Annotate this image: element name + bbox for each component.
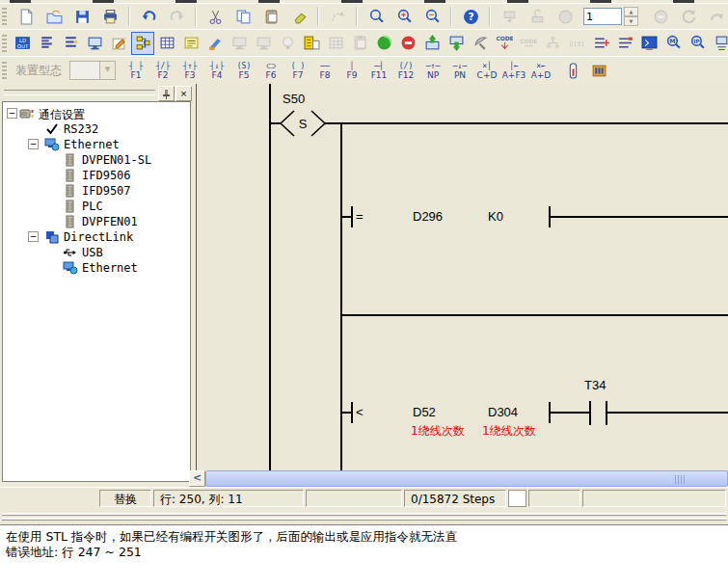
ladder-diagram-icon[interactable] [131, 32, 154, 55]
ladder-tool-f11[interactable]: ─┤F11 [366, 58, 391, 83]
ladder-tool-f8[interactable]: ──F8 [312, 58, 337, 83]
delete-row-icon[interactable] [613, 32, 636, 55]
stl-step-contact[interactable]: S [279, 109, 327, 138]
pin-panel-button[interactable] [158, 86, 175, 101]
tree-item-dvpfen01[interactable]: DVPFEN01 [3, 214, 190, 229]
toolbar-grip[interactable] [2, 8, 7, 25]
tree-item--[interactable]: −通信设置 [3, 106, 190, 121]
edit-mode-icon[interactable] [107, 32, 130, 55]
ladder-tool-np[interactable]: ─↑─NP [420, 58, 445, 83]
module-tree-icon [63, 169, 78, 182]
device-comment[interactable]: 1绕线次数 [482, 423, 536, 440]
download-program-icon[interactable] [445, 32, 468, 55]
search-device-m-icon[interactable]: M [661, 32, 685, 55]
tree-item-plc[interactable]: PLC [3, 199, 190, 214]
message-splitter[interactable] [0, 509, 728, 524]
spin-up-icon[interactable]: ▲ [624, 7, 638, 16]
open-file-icon[interactable] [42, 5, 66, 28]
ladder-tool-a-d[interactable]: ×←A+D [528, 58, 553, 83]
ladder-tool-label: F6 [266, 70, 277, 80]
toolbar-grip[interactable] [2, 62, 7, 79]
comment-edit-icon[interactable] [179, 32, 202, 55]
instruction-table-icon[interactable] [155, 32, 178, 55]
toolbar-grip[interactable] [2, 35, 7, 52]
status-empty-cell [306, 490, 402, 507]
print-icon[interactable] [98, 5, 121, 28]
ladder-comment-icon[interactable] [300, 32, 323, 55]
ladder-tool-label: F3 [185, 70, 196, 80]
zoom-out-icon[interactable] [420, 5, 444, 28]
spin-down-icon[interactable]: ▼ [624, 16, 638, 26]
contact-label[interactable]: T34 [584, 378, 606, 392]
instruction-mode-icon[interactable]: LDOUT [11, 32, 34, 55]
compare-operand[interactable]: K0 [488, 209, 503, 224]
new-file-icon[interactable] [14, 5, 38, 28]
save-file-icon[interactable] [70, 5, 94, 28]
upload-program-icon[interactable] [420, 32, 444, 55]
ladder-tool-f4[interactable]: ┤↓├F4 [204, 58, 229, 83]
tree-item-usb[interactable]: USB [3, 245, 190, 260]
search-ip-icon[interactable]: IP [686, 32, 709, 55]
tree-item-ifd9506[interactable]: IFD9506 [3, 168, 190, 183]
simulator-icon[interactable] [637, 32, 661, 55]
communication-icon[interactable] [469, 32, 492, 55]
zoom-in-icon[interactable] [392, 5, 416, 28]
scroll-left-icon[interactable]: < [189, 470, 205, 487]
ladder-tool-f7[interactable]: ( )F7 [285, 58, 310, 83]
panel-grip[interactable] [4, 90, 155, 95]
ladder-tool-glyph: ×│ [482, 62, 492, 70]
ladder-tool-f3[interactable]: ┤↑├F3 [177, 58, 202, 83]
device-comment[interactable]: 1绕线次数 [411, 423, 465, 440]
ladder-editor[interactable]: S50 S = D296 K0 < D52 D304 T34 1绕线次数 1绕线… [196, 84, 728, 470]
zoom-icon[interactable] [364, 5, 388, 28]
step-label[interactable]: S50 [283, 92, 305, 106]
instruction-wizard-icon[interactable] [561, 59, 584, 82]
network-setup-icon[interactable] [710, 32, 728, 55]
ladder-tool-f9[interactable]: │F9 [339, 58, 364, 83]
compare-op[interactable]: < [356, 405, 364, 419]
paste-icon[interactable] [259, 5, 283, 28]
insert-row-icon[interactable] [589, 32, 612, 55]
compare-operand[interactable]: D296 [413, 209, 443, 224]
tree-item-ifd9507[interactable]: IFD9507 [3, 183, 190, 199]
tree-expander-icon[interactable]: − [7, 108, 17, 119]
ladder-tool-label: F1 [131, 70, 142, 80]
ladder-tool-f12[interactable]: (/)F12 [393, 58, 418, 83]
tree-item-directlink[interactable]: −DirectLink [3, 229, 190, 245]
ladder-tool-f6[interactable]: ⊂⊃F6 [258, 58, 283, 83]
tree-expander-icon[interactable]: − [28, 139, 39, 149]
compare-operand[interactable]: D52 [413, 405, 436, 419]
no-contact-bar[interactable] [589, 401, 591, 425]
stop-icon[interactable] [396, 32, 419, 55]
close-panel-button[interactable]: × [175, 86, 192, 101]
brush-icon[interactable] [203, 32, 227, 55]
compile-code-icon[interactable]: CODE [493, 32, 516, 55]
ladder-tool-glyph: ┤ ├ [129, 62, 143, 70]
ladder-mode-icon[interactable] [35, 32, 58, 55]
ladder-tool-f1[interactable]: ┤ ├F1 [123, 58, 148, 83]
ladder-tool-a-f3[interactable]: │←A+F3 [501, 58, 526, 83]
tree-item-ethernet[interactable]: Ethernet [3, 260, 190, 276]
ladder-tool-c-d[interactable]: ×│C+D [474, 58, 499, 83]
copy-icon[interactable] [231, 5, 255, 28]
tree-item-rs232[interactable]: RS232 [3, 121, 190, 137]
help-icon[interactable]: ? [459, 5, 482, 28]
tree-expander-icon[interactable]: − [28, 231, 39, 242]
run-icon[interactable] [372, 32, 395, 55]
ladder-tool-pn[interactable]: ─↓─PN [447, 58, 472, 83]
scrollbar-thumb[interactable] [205, 470, 728, 487]
compare-operand[interactable]: D304 [488, 405, 518, 419]
tree-item-ethernet[interactable]: −Ethernet [3, 137, 190, 152]
undo-icon[interactable] [137, 5, 160, 28]
ladder-tool-f5[interactable]: (S)F5 [231, 58, 256, 83]
row-number-input[interactable] [583, 8, 622, 25]
ladder-tool-f2[interactable]: ┤/├F2 [150, 58, 175, 83]
erase-icon[interactable] [287, 5, 310, 28]
cut-icon[interactable] [203, 5, 227, 28]
tree-item-dvpen01-sl[interactable]: DVPEN01-SL [3, 152, 190, 168]
sfc-mode-icon[interactable] [59, 32, 82, 55]
compare-op[interactable]: = [356, 209, 364, 224]
monitor-mode-icon[interactable] [83, 32, 106, 55]
application-instructions-icon[interactable] [587, 59, 610, 82]
tree-item-label: DVPEN01-SL [82, 153, 151, 167]
